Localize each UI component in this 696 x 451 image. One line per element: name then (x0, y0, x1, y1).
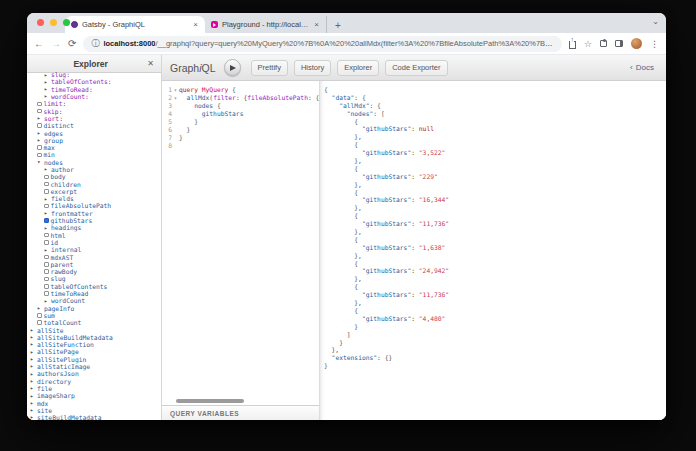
explorer-item-slug[interactable]: slug (27, 275, 161, 282)
explorer-item-frontmatter[interactable]: frontmatter (27, 210, 161, 217)
profile-avatar[interactable] (631, 38, 642, 49)
browser-menu-icon[interactable]: ⋮ (650, 39, 659, 49)
explorer-item-allSite[interactable]: allSite (27, 326, 161, 333)
explorer-item-internal[interactable]: internal (27, 246, 161, 253)
side-panel-icon[interactable] (615, 40, 623, 47)
query-variables-bar[interactable]: QUERY VARIABLES (162, 405, 319, 420)
forward-icon[interactable]: → (51, 39, 61, 49)
explorer-item-allSiteBuildMetadata[interactable]: allSiteBuildMetadata (27, 334, 161, 341)
tab-playground[interactable]: Playground - http://localhost:8× (205, 16, 327, 33)
explorer-item-excerpt[interactable]: excerpt (27, 188, 161, 195)
checkbox[interactable] (37, 102, 42, 107)
explorer-item-allSiteFunction[interactable]: allSiteFunction (27, 341, 161, 348)
query-editor-pane[interactable]: 1query MyQuery {2 allMdx(filter: {fileAb… (162, 81, 320, 420)
checkbox[interactable] (44, 240, 49, 245)
checkbox-checked[interactable] (44, 218, 49, 223)
expand-arrow-icon[interactable] (37, 305, 42, 311)
explorer-item-tableOfContents[interactable]: tableOfContents (27, 283, 161, 290)
explorer-item-site[interactable]: site (27, 407, 161, 414)
expand-arrow-icon[interactable] (44, 225, 49, 231)
expand-arrow-icon[interactable] (44, 210, 49, 216)
checkbox[interactable] (44, 284, 49, 289)
url-field[interactable]: ⓘ localhost:8000/__graphql?query=query%2… (83, 36, 562, 52)
tab-close-icon[interactable]: × (313, 20, 320, 29)
fold-arrow-icon[interactable] (172, 94, 179, 102)
checkbox[interactable] (44, 262, 49, 267)
expand-arrow-icon[interactable] (37, 115, 42, 121)
checkbox[interactable] (44, 255, 49, 260)
explorer-item-edges[interactable]: edges (27, 129, 161, 136)
expand-arrow-icon[interactable] (44, 247, 49, 253)
expand-arrow-icon[interactable] (30, 363, 35, 369)
explorer-item-group[interactable]: group (27, 137, 161, 144)
expand-arrow-icon[interactable] (44, 166, 49, 172)
code-exporter-button[interactable]: Code Exporter (385, 60, 447, 76)
explorer-close-icon[interactable]: ✕ (147, 59, 154, 68)
checkbox[interactable] (44, 182, 49, 187)
checkbox[interactable] (44, 269, 49, 274)
explorer-item-fields[interactable]: fields (27, 195, 161, 202)
tab-close-icon[interactable]: × (192, 20, 199, 29)
explorer-item-parent[interactable]: parent (27, 261, 161, 268)
explorer-tree[interactable]: slug:tableOfContents:timeToRead:wordCoun… (27, 71, 161, 420)
checkbox[interactable] (37, 145, 42, 150)
checkbox[interactable] (44, 189, 49, 194)
explorer-item-pageInfo[interactable]: pageInfo (27, 305, 161, 312)
explorer-item-file[interactable]: file (27, 385, 161, 392)
checkbox[interactable] (37, 153, 42, 158)
explorer-button[interactable]: Explorer (337, 60, 379, 76)
expand-arrow-icon[interactable] (30, 414, 35, 420)
checkbox[interactable] (44, 233, 49, 238)
site-info-icon[interactable]: ⓘ (91, 38, 99, 49)
extensions-icon[interactable] (600, 40, 607, 47)
checkbox[interactable] (44, 277, 49, 282)
explorer-item-distinct[interactable]: distinct (27, 122, 161, 129)
explorer-item-siteBuildMetadata[interactable]: siteBuildMetadata (27, 414, 161, 420)
checkbox[interactable] (44, 291, 49, 296)
explorer-item-headings[interactable]: headings (27, 224, 161, 231)
checkbox[interactable] (37, 123, 42, 128)
explorer-item-body[interactable]: body (27, 173, 161, 180)
expand-arrow-icon[interactable] (44, 93, 49, 99)
checkbox[interactable] (44, 204, 49, 209)
fold-arrow-icon[interactable] (172, 86, 179, 94)
tab-search-icon[interactable]: ⌄ (652, 17, 659, 26)
expand-arrow-icon[interactable] (30, 341, 35, 347)
zoom-window-button[interactable] (63, 19, 70, 26)
checkbox[interactable] (37, 109, 42, 114)
explorer-item-imageSharp[interactable]: imageSharp (27, 392, 161, 399)
checkbox[interactable] (37, 313, 42, 318)
expand-arrow-icon[interactable] (30, 385, 35, 391)
explorer-item-directory[interactable]: directory (27, 377, 161, 384)
explorer-item-sort[interactable]: sort: (27, 115, 161, 122)
checkbox[interactable] (44, 175, 49, 180)
explorer-item-authorsJson[interactable]: authorsJson (27, 370, 161, 377)
docs-button[interactable]: ‹Docs (626, 63, 658, 72)
explorer-item-skip[interactable]: skip: (27, 107, 161, 114)
new-tab-button[interactable]: + (327, 20, 349, 33)
explorer-item-wordCount[interactable]: wordCount (27, 297, 161, 304)
close-window-button[interactable] (37, 19, 44, 26)
editor-horizontal-scrollbar[interactable] (176, 399, 244, 403)
expand-arrow-icon[interactable] (44, 196, 49, 202)
expand-arrow-icon[interactable] (44, 298, 49, 304)
result-pane[interactable]: { "data": { "allMdx": { "nodes": [ { "gi… (320, 81, 666, 420)
minimize-window-button[interactable] (50, 19, 57, 26)
reload-icon[interactable]: ⟳ (68, 39, 76, 49)
explorer-item-allSitePlugin[interactable]: allSitePlugin (27, 356, 161, 363)
explorer-item-allStaticImage[interactable]: allStaticImage (27, 363, 161, 370)
explorer-item-totalCount[interactable]: totalCount (27, 319, 161, 326)
back-icon[interactable]: ← (34, 39, 44, 49)
history-button[interactable]: History (294, 60, 331, 76)
explorer-item-allSitePage[interactable]: allSitePage (27, 348, 161, 355)
bookmark-star-icon[interactable]: ☆ (584, 39, 592, 49)
expand-arrow-icon[interactable] (37, 137, 42, 143)
collapse-arrow-icon[interactable] (37, 159, 42, 165)
explorer-item-html[interactable]: html (27, 232, 161, 239)
explorer-item-mdx[interactable]: mdx (27, 399, 161, 406)
explorer-item-children[interactable]: children (27, 180, 161, 187)
explorer-item-max[interactable]: max (27, 144, 161, 151)
checkbox[interactable] (37, 320, 42, 325)
tab-gatsby-graphiql[interactable]: Gatsby - GraphiQL× (65, 16, 205, 33)
explorer-item-author[interactable]: author (27, 166, 161, 173)
